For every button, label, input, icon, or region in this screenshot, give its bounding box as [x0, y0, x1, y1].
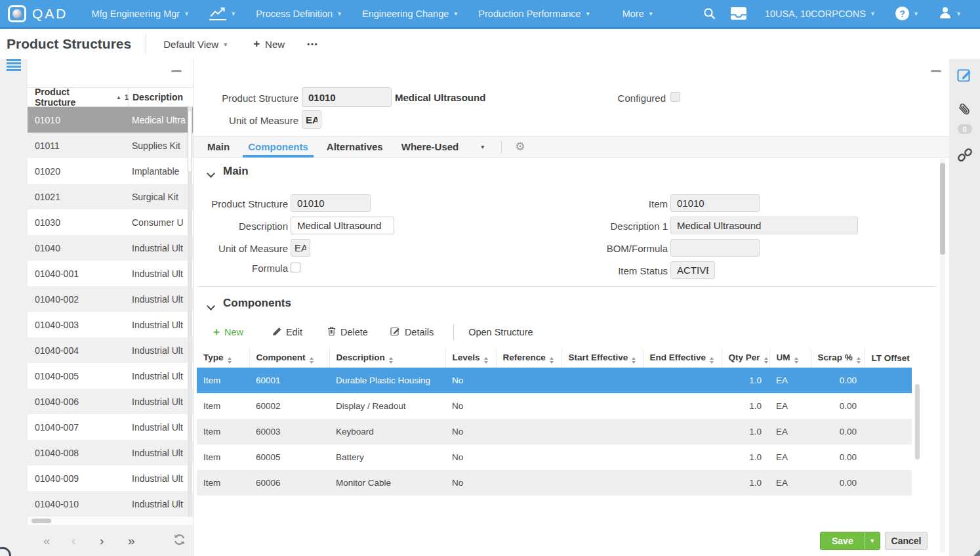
tab-components[interactable]: Components	[244, 137, 312, 157]
list-item[interactable]: 01040-005Industrial Ult	[28, 363, 193, 389]
description-1-field[interactable]	[670, 217, 858, 234]
column-header-description[interactable]: Description	[129, 88, 193, 106]
list-item[interactable]: 01021Surgical Kit	[28, 184, 193, 209]
divider	[501, 140, 502, 154]
column-header-lt-offset[interactable]: LT Offset	[865, 348, 912, 368]
cancel-button[interactable]: Cancel	[885, 532, 928, 550]
table-scrollbar-thumb[interactable]	[915, 384, 920, 460]
tab-where-used[interactable]: Where-Used	[398, 137, 463, 157]
scrollbar-thumb[interactable]	[188, 110, 192, 173]
menu-production-performance[interactable]: Production Performance ▾	[478, 9, 589, 19]
formula-checkbox[interactable]	[291, 263, 300, 272]
save-button[interactable]: Save	[821, 536, 865, 546]
search-icon[interactable]	[703, 7, 716, 20]
sort-icon	[389, 357, 393, 364]
list-item[interactable]: 01010Medical Ultra	[28, 107, 193, 133]
field-label-product-structure: Product Structure	[194, 198, 288, 209]
column-header-scrap-pct[interactable]: Scrap %	[811, 348, 865, 368]
list-item[interactable]: 01040-003Industrial Ult	[28, 312, 193, 337]
column-header-component[interactable]: Component	[249, 348, 329, 368]
menu-engineering-change[interactable]: Engineering Change ▾	[362, 9, 457, 19]
menu-role[interactable]: Mfg Engineering Mgr ▾	[92, 9, 189, 19]
menu-process-definition[interactable]: Process Definition ▾	[256, 9, 341, 19]
qad-sphere-icon	[12, 9, 22, 18]
list-item[interactable]: 01040-010Industrial Ult	[28, 491, 193, 517]
collapse-section-main-icon[interactable]	[207, 169, 215, 178]
list-item[interactable]: 01040Industrial Ult	[28, 235, 193, 261]
bom-formula-field[interactable]	[670, 239, 760, 257]
delete-component-button[interactable]: Delete	[327, 326, 368, 338]
table-row[interactable]: Item60002Display / ReadoutNo1.0EA0.00	[197, 393, 912, 419]
unit-of-measure-field[interactable]	[291, 239, 310, 257]
list-item[interactable]: 01040-004Industrial Ult	[28, 337, 193, 363]
view-selector[interactable]: Default View ▾	[163, 39, 227, 50]
save-dropdown-button[interactable]: ▼	[865, 532, 880, 549]
item-field[interactable]	[670, 194, 760, 212]
previous-page-button[interactable]: ‹	[71, 534, 100, 548]
menu-help[interactable]: ? ▾	[895, 7, 918, 20]
browse-list-icon[interactable]	[7, 62, 21, 73]
column-header-levels[interactable]: Levels	[445, 348, 496, 368]
browse-vertical-scrollbar[interactable]	[188, 107, 192, 517]
collapse-section-components-icon[interactable]	[207, 302, 215, 310]
edit-component-button[interactable]: Edit	[272, 327, 302, 338]
table-row[interactable]: Item60005BatteryNo1.0EA0.00	[197, 444, 912, 470]
list-item[interactable]: 01040-002Industrial Ult	[28, 286, 193, 312]
unit-of-measure-key-field[interactable]	[302, 110, 321, 129]
refresh-icon[interactable]	[173, 534, 186, 548]
column-header-end-effective[interactable]: End Effective	[643, 348, 722, 368]
column-header-type[interactable]: Type	[197, 348, 249, 368]
edit-record-icon[interactable]	[957, 68, 972, 85]
attachments-paperclip-icon[interactable]	[957, 102, 973, 121]
column-header-description[interactable]: Description	[329, 348, 445, 368]
list-item[interactable]: 01030Consumer U	[28, 209, 193, 235]
new-record-button[interactable]: + New	[253, 37, 285, 51]
help-icon: ?	[895, 7, 909, 20]
menu-organization[interactable]: 10USA, 10CORPCONS ▾	[765, 9, 874, 19]
product-structure-field[interactable]	[291, 194, 371, 212]
chevron-down-icon[interactable]: ▾	[481, 143, 484, 150]
table-row[interactable]: Item60001Durable Plastic HousingNo1.0EA0…	[197, 368, 912, 393]
menu-analytics[interactable]: ▾	[209, 7, 235, 20]
configured-checkbox[interactable]	[670, 92, 680, 102]
table-row[interactable]: Item60006Monitor CableNo1.0EA0.00	[197, 470, 912, 496]
collapse-detail-button[interactable]	[931, 70, 941, 72]
scrollbar-thumb[interactable]	[940, 163, 945, 255]
open-structure-button[interactable]: Open Structure	[468, 327, 533, 337]
menu-user[interactable]: ▾	[939, 6, 960, 21]
tab-alternatives[interactable]: Alternatives	[323, 137, 387, 157]
more-actions-button[interactable]: •••	[307, 40, 319, 48]
scrollbar-thumb[interactable]	[31, 519, 51, 523]
list-item[interactable]: 01040-009Industrial Ult	[28, 465, 193, 491]
column-header-um[interactable]: UM	[769, 348, 811, 368]
inbox-icon[interactable]	[730, 7, 747, 20]
list-item[interactable]: 01020Implantable	[28, 158, 193, 184]
save-split-button[interactable]: Save ▼	[820, 532, 880, 550]
gear-icon[interactable]: ⚙	[515, 140, 525, 154]
list-item[interactable]: 01011Supplies Kit	[28, 133, 193, 158]
list-item[interactable]: 01040-008Industrial Ult	[28, 440, 193, 465]
list-item[interactable]: 01040-007Industrial Ult	[28, 414, 193, 440]
links-chain-icon[interactable]	[957, 147, 973, 165]
tab-main[interactable]: Main	[203, 137, 234, 157]
column-header-start-effective[interactable]: Start Effective	[561, 348, 643, 368]
details-button[interactable]: Details	[390, 326, 434, 338]
last-page-button[interactable]: »	[128, 534, 156, 548]
item-status-field[interactable]	[670, 261, 715, 279]
list-item[interactable]: 01040-001Industrial Ult	[28, 261, 193, 286]
column-header-reference[interactable]: Reference	[496, 348, 561, 368]
menu-more[interactable]: More ▾	[623, 9, 653, 19]
column-header-qty-per[interactable]: Qty Per	[722, 348, 769, 368]
product-structure-key-field[interactable]	[302, 87, 392, 107]
qad-logo[interactable]: QAD	[8, 5, 68, 22]
collapse-panel-button[interactable]	[171, 70, 182, 72]
next-page-button[interactable]: ›	[100, 534, 128, 548]
first-page-button[interactable]: «	[43, 534, 71, 548]
chevron-down-icon: ▾	[232, 10, 235, 17]
new-component-button[interactable]: + New	[213, 326, 243, 339]
browse-horizontal-scrollbar[interactable]	[28, 517, 193, 525]
list-item[interactable]: 01040-006Industrial Ult	[28, 389, 193, 414]
column-header-product-structure[interactable]: Product Structure ▲1	[28, 88, 129, 106]
table-row[interactable]: Item60003KeyboardNo1.0EA0.00	[197, 419, 912, 444]
description-field[interactable]	[291, 217, 394, 234]
